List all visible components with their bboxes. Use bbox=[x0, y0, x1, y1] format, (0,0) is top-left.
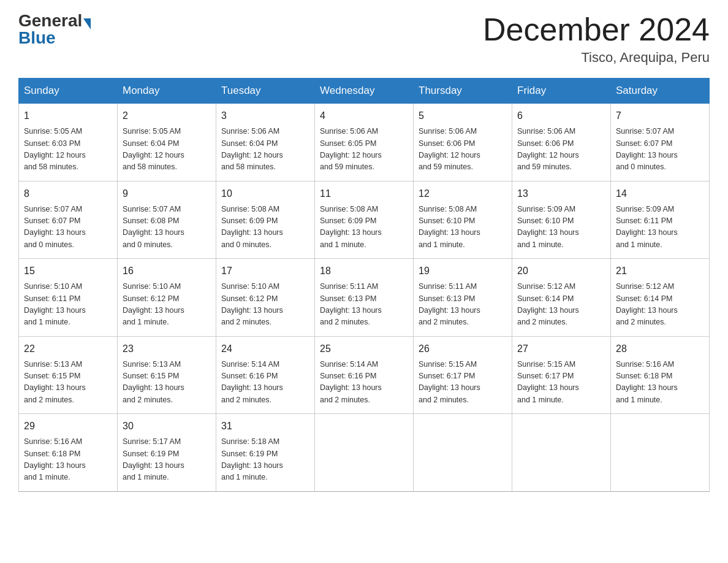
day-info: Sunrise: 5:16 AMSunset: 6:18 PMDaylight:… bbox=[616, 359, 704, 407]
day-number: 1 bbox=[24, 109, 112, 123]
calendar-cell: 31Sunrise: 5:18 AMSunset: 6:19 PMDayligh… bbox=[216, 414, 315, 492]
day-info: Sunrise: 5:08 AMSunset: 6:09 PMDaylight:… bbox=[221, 204, 309, 251]
day-number: 26 bbox=[419, 342, 507, 356]
day-number: 16 bbox=[123, 264, 211, 278]
calendar-cell: 17Sunrise: 5:10 AMSunset: 6:12 PMDayligh… bbox=[216, 259, 315, 337]
calendar-cell: 9Sunrise: 5:07 AMSunset: 6:08 PMDaylight… bbox=[118, 181, 216, 259]
day-number: 18 bbox=[320, 264, 408, 278]
day-number: 28 bbox=[616, 342, 704, 356]
weekday-header-row: SundayMondayTuesdayWednesdayThursdayFrid… bbox=[19, 79, 710, 104]
day-info: Sunrise: 5:06 AMSunset: 6:06 PMDaylight:… bbox=[419, 126, 507, 174]
day-info: Sunrise: 5:06 AMSunset: 6:05 PMDaylight:… bbox=[320, 126, 408, 174]
logo-blue: Blue bbox=[18, 29, 56, 47]
day-number: 19 bbox=[419, 264, 507, 278]
day-number: 15 bbox=[24, 264, 112, 278]
day-number: 27 bbox=[517, 342, 605, 356]
calendar-cell: 15Sunrise: 5:10 AMSunset: 6:11 PMDayligh… bbox=[19, 259, 118, 337]
calendar-week-row: 1Sunrise: 5:05 AMSunset: 6:03 PMDaylight… bbox=[19, 104, 710, 182]
day-info: Sunrise: 5:06 AMSunset: 6:04 PMDaylight:… bbox=[221, 126, 309, 174]
day-info: Sunrise: 5:10 AMSunset: 6:12 PMDaylight:… bbox=[221, 281, 309, 329]
title-block: December 2024 Tisco, Arequipa, Peru bbox=[483, 12, 710, 66]
calendar-week-row: 22Sunrise: 5:13 AMSunset: 6:15 PMDayligh… bbox=[19, 336, 710, 414]
weekday-header-tuesday: Tuesday bbox=[216, 79, 315, 104]
calendar-cell: 29Sunrise: 5:16 AMSunset: 6:18 PMDayligh… bbox=[19, 414, 118, 492]
calendar-cell: 12Sunrise: 5:08 AMSunset: 6:10 PMDayligh… bbox=[414, 181, 512, 259]
month-year-title: December 2024 bbox=[483, 12, 710, 47]
day-number: 24 bbox=[221, 342, 309, 356]
day-info: Sunrise: 5:10 AMSunset: 6:12 PMDaylight:… bbox=[123, 281, 211, 329]
day-info: Sunrise: 5:06 AMSunset: 6:06 PMDaylight:… bbox=[517, 126, 605, 174]
day-info: Sunrise: 5:10 AMSunset: 6:11 PMDaylight:… bbox=[24, 281, 112, 329]
calendar-cell: 30Sunrise: 5:17 AMSunset: 6:19 PMDayligh… bbox=[118, 414, 216, 492]
day-info: Sunrise: 5:15 AMSunset: 6:17 PMDaylight:… bbox=[419, 359, 507, 407]
calendar-cell bbox=[512, 414, 611, 492]
weekday-header-wednesday: Wednesday bbox=[315, 79, 414, 104]
calendar-cell: 8Sunrise: 5:07 AMSunset: 6:07 PMDaylight… bbox=[19, 181, 118, 259]
calendar-cell: 24Sunrise: 5:14 AMSunset: 6:16 PMDayligh… bbox=[216, 336, 315, 414]
day-number: 13 bbox=[517, 186, 605, 201]
day-info: Sunrise: 5:14 AMSunset: 6:16 PMDaylight:… bbox=[221, 359, 309, 407]
day-number: 7 bbox=[616, 109, 704, 123]
calendar-cell: 3Sunrise: 5:06 AMSunset: 6:04 PMDaylight… bbox=[216, 104, 315, 182]
day-number: 9 bbox=[123, 186, 211, 201]
day-info: Sunrise: 5:08 AMSunset: 6:09 PMDaylight:… bbox=[320, 204, 408, 251]
day-info: Sunrise: 5:05 AMSunset: 6:03 PMDaylight:… bbox=[24, 126, 112, 174]
day-number: 25 bbox=[320, 342, 408, 356]
day-info: Sunrise: 5:13 AMSunset: 6:15 PMDaylight:… bbox=[24, 359, 112, 407]
calendar-cell: 28Sunrise: 5:16 AMSunset: 6:18 PMDayligh… bbox=[611, 336, 710, 414]
day-number: 20 bbox=[517, 264, 605, 278]
day-number: 3 bbox=[221, 109, 309, 123]
day-info: Sunrise: 5:07 AMSunset: 6:08 PMDaylight:… bbox=[123, 204, 211, 251]
day-number: 6 bbox=[517, 109, 605, 123]
day-info: Sunrise: 5:09 AMSunset: 6:11 PMDaylight:… bbox=[616, 204, 704, 251]
day-number: 17 bbox=[221, 264, 309, 278]
weekday-header-thursday: Thursday bbox=[414, 79, 512, 104]
day-info: Sunrise: 5:12 AMSunset: 6:14 PMDaylight:… bbox=[517, 281, 605, 329]
logo: General Blue bbox=[18, 12, 91, 47]
calendar-cell: 21Sunrise: 5:12 AMSunset: 6:14 PMDayligh… bbox=[611, 259, 710, 337]
day-info: Sunrise: 5:17 AMSunset: 6:19 PMDaylight:… bbox=[123, 436, 211, 484]
calendar-cell: 25Sunrise: 5:14 AMSunset: 6:16 PMDayligh… bbox=[315, 336, 414, 414]
calendar-cell: 6Sunrise: 5:06 AMSunset: 6:06 PMDaylight… bbox=[512, 104, 611, 182]
day-info: Sunrise: 5:11 AMSunset: 6:13 PMDaylight:… bbox=[320, 281, 408, 329]
location-subtitle: Tisco, Arequipa, Peru bbox=[483, 50, 710, 66]
calendar-table: SundayMondayTuesdayWednesdayThursdayFrid… bbox=[18, 78, 710, 492]
calendar-cell: 11Sunrise: 5:08 AMSunset: 6:09 PMDayligh… bbox=[315, 181, 414, 259]
day-info: Sunrise: 5:08 AMSunset: 6:10 PMDaylight:… bbox=[419, 204, 507, 251]
page-header: General Blue December 2024 Tisco, Arequi… bbox=[18, 12, 710, 66]
calendar-cell: 16Sunrise: 5:10 AMSunset: 6:12 PMDayligh… bbox=[118, 259, 216, 337]
day-info: Sunrise: 5:14 AMSunset: 6:16 PMDaylight:… bbox=[320, 359, 408, 407]
day-info: Sunrise: 5:13 AMSunset: 6:15 PMDaylight:… bbox=[123, 359, 211, 407]
day-number: 29 bbox=[24, 419, 112, 434]
calendar-cell: 26Sunrise: 5:15 AMSunset: 6:17 PMDayligh… bbox=[414, 336, 512, 414]
calendar-cell: 7Sunrise: 5:07 AMSunset: 6:07 PMDaylight… bbox=[611, 104, 710, 182]
day-info: Sunrise: 5:12 AMSunset: 6:14 PMDaylight:… bbox=[616, 281, 704, 329]
day-info: Sunrise: 5:07 AMSunset: 6:07 PMDaylight:… bbox=[616, 126, 704, 174]
day-info: Sunrise: 5:16 AMSunset: 6:18 PMDaylight:… bbox=[24, 436, 112, 484]
calendar-cell: 10Sunrise: 5:08 AMSunset: 6:09 PMDayligh… bbox=[216, 181, 315, 259]
calendar-cell bbox=[611, 414, 710, 492]
calendar-cell: 5Sunrise: 5:06 AMSunset: 6:06 PMDaylight… bbox=[414, 104, 512, 182]
logo-arrow-icon bbox=[83, 18, 91, 29]
weekday-header-saturday: Saturday bbox=[611, 79, 710, 104]
logo-general: General bbox=[18, 12, 82, 29]
day-info: Sunrise: 5:09 AMSunset: 6:10 PMDaylight:… bbox=[517, 204, 605, 251]
day-number: 23 bbox=[123, 342, 211, 356]
calendar-cell: 19Sunrise: 5:11 AMSunset: 6:13 PMDayligh… bbox=[414, 259, 512, 337]
weekday-header-sunday: Sunday bbox=[19, 79, 118, 104]
calendar-cell: 13Sunrise: 5:09 AMSunset: 6:10 PMDayligh… bbox=[512, 181, 611, 259]
calendar-cell: 14Sunrise: 5:09 AMSunset: 6:11 PMDayligh… bbox=[611, 181, 710, 259]
calendar-cell bbox=[414, 414, 512, 492]
day-info: Sunrise: 5:05 AMSunset: 6:04 PMDaylight:… bbox=[123, 126, 211, 174]
calendar-cell: 4Sunrise: 5:06 AMSunset: 6:05 PMDaylight… bbox=[315, 104, 414, 182]
calendar-week-row: 8Sunrise: 5:07 AMSunset: 6:07 PMDaylight… bbox=[19, 181, 710, 259]
day-number: 8 bbox=[24, 186, 112, 201]
calendar-cell: 18Sunrise: 5:11 AMSunset: 6:13 PMDayligh… bbox=[315, 259, 414, 337]
day-number: 31 bbox=[221, 419, 309, 434]
calendar-cell: 23Sunrise: 5:13 AMSunset: 6:15 PMDayligh… bbox=[118, 336, 216, 414]
day-number: 2 bbox=[123, 109, 211, 123]
calendar-cell: 27Sunrise: 5:15 AMSunset: 6:17 PMDayligh… bbox=[512, 336, 611, 414]
calendar-cell bbox=[315, 414, 414, 492]
calendar-week-row: 29Sunrise: 5:16 AMSunset: 6:18 PMDayligh… bbox=[19, 414, 710, 492]
calendar-cell: 22Sunrise: 5:13 AMSunset: 6:15 PMDayligh… bbox=[19, 336, 118, 414]
